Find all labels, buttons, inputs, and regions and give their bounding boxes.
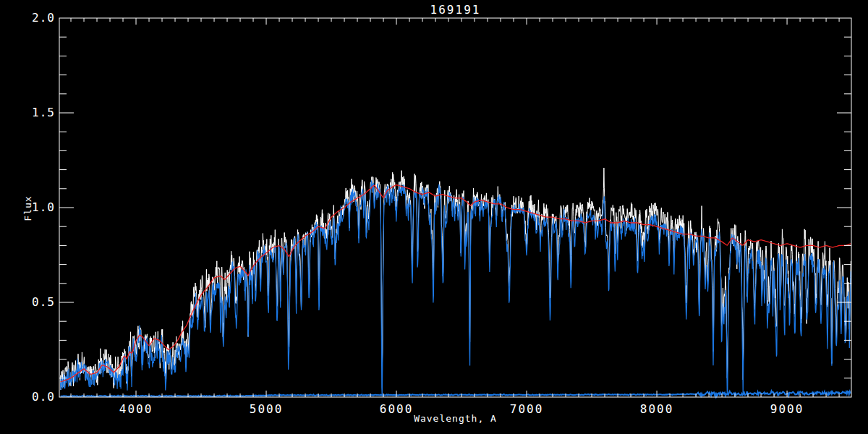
y-tick-label: 2.0: [10, 11, 55, 25]
spectrum-plot-window: 169191 Wavelength, A Flux 40005000600070…: [0, 0, 868, 434]
error-spectrum: [61, 391, 851, 397]
y-tick-label: 0.0: [10, 390, 55, 404]
x-tick-label: 9000: [751, 402, 823, 416]
y-tick-label: 0.5: [10, 295, 55, 309]
plot-title: 169191: [59, 3, 851, 17]
spectrum-canvas: [0, 0, 868, 434]
x-tick-label: 8000: [621, 402, 693, 416]
y-tick-label: 1.0: [10, 200, 55, 214]
x-tick-label: 5000: [230, 402, 302, 416]
y-tick-label: 1.5: [10, 106, 55, 119]
x-tick-label: 6000: [360, 402, 433, 416]
processed-spectrum-blue: [61, 181, 851, 396]
observed-spectrum-white: [61, 168, 851, 390]
x-tick-label: 7000: [490, 402, 563, 416]
x-axis-label: Wavelength, A: [59, 413, 851, 424]
x-tick-label: 4000: [100, 402, 172, 416]
